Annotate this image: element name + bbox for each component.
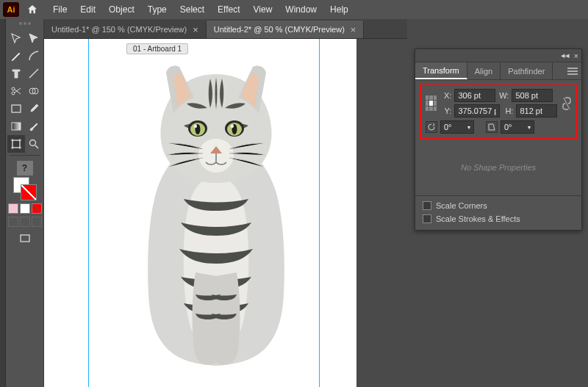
guide	[319, 39, 320, 387]
scale-corners-label: Scale Corners	[436, 201, 487, 210]
color-swatch[interactable]	[20, 203, 30, 214]
menu-select[interactable]: Select	[174, 2, 210, 17]
highlight-box: X: W: Y: H:	[420, 84, 577, 140]
x-label: X:	[441, 91, 451, 100]
app-logo-icon: Ai	[3, 2, 19, 17]
home-icon[interactable]	[25, 2, 40, 17]
close-icon[interactable]: ×	[351, 24, 356, 35]
curvature-tool[interactable]	[25, 47, 43, 65]
y-field[interactable]	[454, 104, 500, 117]
shear-icon	[486, 121, 498, 133]
menu-edit[interactable]: Edit	[74, 2, 101, 17]
rotate-field[interactable]: 0°▾	[440, 120, 474, 134]
scale-strokes-checkbox[interactable]	[423, 214, 431, 223]
direct-selection-tool[interactable]	[25, 29, 43, 47]
svg-point-16	[231, 125, 234, 128]
svg-point-1	[12, 92, 15, 95]
chevron-down-icon[interactable]: ▾	[467, 124, 470, 131]
left-gutter	[0, 19, 6, 387]
palette-grip-icon[interactable]	[10, 22, 40, 26]
menu-window[interactable]: Window	[279, 2, 323, 17]
constrain-link-icon[interactable]	[562, 93, 571, 115]
menu-type[interactable]: Type	[142, 2, 173, 17]
svg-point-7	[29, 140, 35, 146]
y-label: Y:	[441, 106, 451, 115]
artboard-label[interactable]: 01 - Artboard 1	[126, 43, 188, 54]
gradient-tool[interactable]	[7, 117, 25, 135]
close-icon[interactable]: ×	[193, 24, 198, 35]
screen-mode-button[interactable]	[16, 230, 34, 247]
transform-panel: ◂◂ × Transform Align Pathfinder	[415, 48, 582, 231]
shape-builder-tool[interactable]	[25, 82, 43, 100]
line-tool[interactable]	[25, 65, 43, 82]
panel-menu-icon[interactable]	[564, 62, 581, 79]
paintbrush-tool[interactable]	[25, 117, 43, 135]
zoom-tool[interactable]	[25, 135, 43, 153]
menu-view[interactable]: View	[248, 2, 279, 17]
artboard-tool[interactable]	[7, 135, 25, 153]
fill-stroke-swatch[interactable]	[13, 177, 37, 200]
draw-normal-button[interactable]	[8, 217, 18, 227]
rectangle-tool[interactable]	[7, 100, 25, 117]
x-field[interactable]	[454, 89, 495, 102]
tab-align[interactable]: Align	[467, 62, 501, 79]
draw-behind-button[interactable]	[20, 217, 30, 227]
menu-file[interactable]: File	[47, 2, 73, 17]
pen-tool[interactable]	[7, 47, 25, 65]
selection-tool[interactable]	[7, 29, 25, 47]
document-tab[interactable]: Untitled-2* @ 50 % (CMYK/Preview) ×	[207, 21, 365, 38]
document-tabs: Untitled-1* @ 150 % (CMYK/Preview) × Unt…	[44, 19, 407, 39]
h-field[interactable]	[516, 104, 557, 117]
scissors-tool[interactable]	[7, 82, 25, 100]
menu-object[interactable]: Object	[103, 2, 140, 17]
stroke-swatch[interactable]	[21, 184, 37, 200]
h-label: H:	[503, 106, 513, 115]
tab-transform[interactable]: Transform	[415, 62, 467, 79]
collapse-icon[interactable]: ◂◂	[561, 51, 570, 60]
shear-field[interactable]: 0°▾	[501, 120, 534, 134]
scale-corners-checkbox[interactable]	[423, 201, 431, 210]
draw-inside-button[interactable]	[32, 217, 42, 227]
chevron-down-icon[interactable]: ▾	[528, 124, 531, 131]
svg-rect-4	[12, 105, 21, 112]
svg-rect-5	[12, 123, 21, 130]
w-label: W:	[498, 91, 509, 100]
right-dock: ◂◂ × Transform Align Pathfinder	[407, 19, 588, 387]
scale-strokes-label: Scale Strokes & Effects	[436, 214, 520, 223]
artwork-cat[interactable]	[113, 52, 319, 368]
svg-point-15	[194, 125, 197, 128]
artboard[interactable]: 01 - Artboard 1	[44, 39, 356, 387]
rotate-icon	[426, 121, 437, 133]
document-tab-label: Untitled-1* @ 150 % (CMYK/Preview)	[51, 25, 187, 34]
tool-palette: ?	[6, 19, 44, 387]
reference-point-grid[interactable]	[426, 95, 437, 112]
guide	[88, 39, 89, 387]
type-tool[interactable]	[7, 65, 25, 82]
edit-toolbar-button[interactable]: ?	[17, 161, 33, 176]
canvas[interactable]: 01 - Artboard 1	[44, 39, 407, 387]
svg-rect-6	[12, 140, 20, 148]
w-field[interactable]	[512, 89, 553, 102]
tab-pathfinder[interactable]: Pathfinder	[501, 62, 553, 79]
menu-help[interactable]: Help	[324, 2, 354, 17]
document-tab[interactable]: Untitled-1* @ 150 % (CMYK/Preview) ×	[44, 21, 207, 38]
no-shape-label: No Shape Properties	[421, 140, 576, 192]
close-icon[interactable]: ×	[574, 51, 578, 60]
none-swatch[interactable]	[32, 203, 42, 214]
document-tab-label: Untitled-2* @ 50 % (CMYK/Preview)	[214, 25, 345, 34]
color-swatch[interactable]	[8, 203, 18, 214]
menu-effect[interactable]: Effect	[212, 2, 245, 17]
svg-rect-8	[21, 235, 29, 242]
menu-bar: Ai File Edit Object Type Select Effect V…	[0, 0, 588, 19]
eyedropper-tool[interactable]	[25, 100, 43, 117]
svg-point-0	[12, 87, 15, 90]
